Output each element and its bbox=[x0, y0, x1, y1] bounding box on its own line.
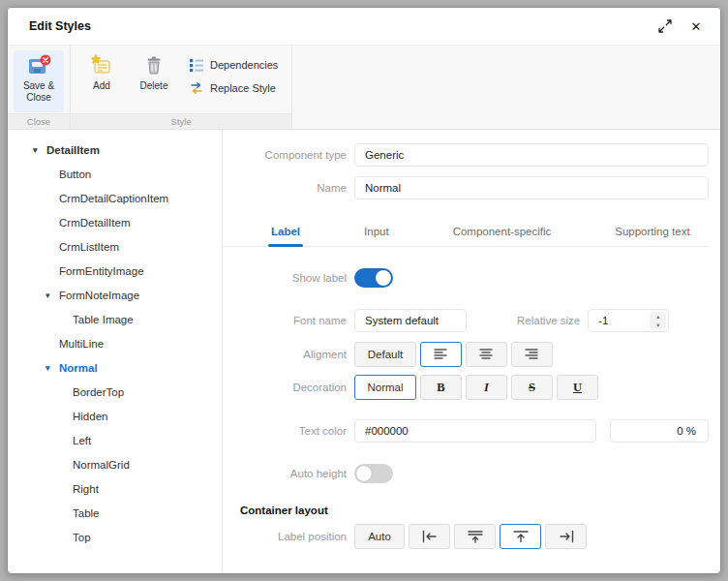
label-position-right-button[interactable] bbox=[545, 524, 587, 549]
name-input[interactable] bbox=[354, 176, 709, 199]
delete-label: Delete bbox=[140, 80, 168, 92]
save-close-button[interactable]: Save & Close bbox=[14, 50, 64, 112]
ribbon-group-style: Add Delete bbox=[71, 46, 292, 129]
styles-tree: ▾DetailItem Button CrmDetailCaptionItem … bbox=[8, 130, 223, 573]
text-color-percent-input[interactable] bbox=[610, 419, 709, 443]
tree-item-normalgrid[interactable]: NormalGrid bbox=[8, 452, 222, 476]
align-default-button[interactable]: Default bbox=[354, 342, 416, 367]
ribbon-toolbar: Save & Close Close bbox=[8, 45, 720, 130]
align-left-icon bbox=[434, 348, 449, 361]
label-position-top-button[interactable] bbox=[500, 524, 541, 549]
tree-item-bordertop[interactable]: BorderTop bbox=[8, 380, 222, 404]
maximize-button[interactable] bbox=[651, 14, 680, 39]
tree-item-normal[interactable]: ▾Normal bbox=[8, 355, 222, 380]
name-label: Name bbox=[223, 182, 354, 194]
position-top-icon bbox=[512, 530, 530, 543]
tab-label[interactable]: Label bbox=[265, 221, 306, 246]
close-button[interactable]: ✕ bbox=[682, 14, 711, 39]
tree-item-detailitem[interactable]: ▾DetailItem bbox=[8, 138, 222, 162]
tree-item-formnoteimage[interactable]: ▾FormNoteImage bbox=[8, 283, 222, 307]
underline-icon: U bbox=[573, 381, 582, 395]
chevron-down-icon[interactable]: ▾ bbox=[46, 290, 59, 300]
align-right-icon bbox=[525, 348, 540, 361]
align-center-icon bbox=[479, 348, 495, 361]
spin-down-icon[interactable]: ▼ bbox=[650, 321, 666, 329]
tree-item-multiline[interactable]: MultiLine bbox=[8, 331, 222, 355]
label-position-row: Label position Auto bbox=[223, 524, 720, 549]
delete-button[interactable]: Delete bbox=[129, 50, 179, 112]
tab-bar: Label Input Component-specific Supportin… bbox=[223, 221, 709, 247]
toggle-knob bbox=[376, 270, 391, 286]
add-label: Add bbox=[93, 80, 110, 92]
replace-style-button[interactable]: Replace Style bbox=[189, 79, 278, 97]
close-icon: ✕ bbox=[691, 19, 702, 34]
dependencies-button[interactable]: Dependencies bbox=[189, 56, 278, 74]
relative-size-input[interactable] bbox=[589, 310, 650, 331]
component-type-input[interactable] bbox=[354, 143, 709, 167]
show-label-toggle[interactable] bbox=[354, 268, 393, 288]
delete-icon bbox=[141, 53, 167, 78]
tree-item-table-image[interactable]: Table Image bbox=[8, 307, 222, 331]
label-position-label: Label position bbox=[223, 531, 354, 542]
content: ▾DetailItem Button CrmDetailCaptionItem … bbox=[8, 130, 720, 573]
alignment-row: Aligment Default bbox=[223, 342, 720, 367]
tree-item-top[interactable]: Top bbox=[8, 525, 222, 549]
align-right-button[interactable] bbox=[511, 342, 553, 367]
auto-height-label: Auto height bbox=[223, 468, 354, 479]
tree-item-button[interactable]: Button bbox=[8, 162, 222, 186]
relative-size-stepper[interactable]: ▲ ▼ bbox=[588, 309, 669, 332]
chevron-down-icon[interactable]: ▾ bbox=[33, 145, 46, 155]
decoration-bold-button[interactable]: B bbox=[420, 375, 462, 400]
label-position-auto-button[interactable]: Auto bbox=[354, 524, 405, 549]
titlebar: Edit Styles ✕ bbox=[8, 8, 720, 45]
label-position-top-floating-button[interactable] bbox=[454, 524, 496, 549]
align-left-button[interactable] bbox=[420, 342, 462, 367]
tree-item-crmdetailitem[interactable]: CrmDetailItem bbox=[8, 210, 222, 234]
dependencies-label: Dependencies bbox=[210, 59, 278, 71]
align-center-button[interactable] bbox=[466, 342, 507, 367]
decoration-strikethrough-button[interactable]: S bbox=[511, 375, 553, 400]
italic-icon: I bbox=[484, 381, 489, 395]
chevron-down-icon[interactable]: ▾ bbox=[46, 363, 59, 373]
toggle-knob bbox=[356, 466, 372, 481]
tab-input[interactable]: Input bbox=[358, 221, 395, 246]
text-color-input[interactable] bbox=[354, 419, 596, 443]
ribbon-group-close: Save & Close Close bbox=[8, 46, 71, 129]
replace-style-icon bbox=[189, 80, 204, 96]
save-close-label: Save & Close bbox=[14, 80, 64, 104]
window-title: Edit Styles bbox=[29, 19, 649, 33]
position-top-floating-icon bbox=[467, 530, 484, 543]
decoration-label: Decoration bbox=[223, 382, 354, 393]
decoration-underline-button[interactable]: U bbox=[557, 375, 598, 400]
text-color-label: Text color bbox=[223, 425, 354, 437]
auto-height-row: Auto height bbox=[223, 464, 720, 483]
component-type-row: Component type bbox=[223, 143, 720, 167]
tree-item-formentityimage[interactable]: FormEntityImage bbox=[8, 259, 222, 283]
strikethrough-icon: S bbox=[529, 381, 535, 395]
decoration-italic-button[interactable]: I bbox=[466, 375, 507, 400]
tree-item-hidden[interactable]: Hidden bbox=[8, 404, 222, 428]
auto-height-toggle[interactable] bbox=[354, 464, 393, 483]
maximize-icon bbox=[658, 19, 672, 33]
tab-supporting-text[interactable]: Supporting text bbox=[609, 221, 695, 246]
tree-item-left[interactable]: Left bbox=[8, 428, 222, 452]
edit-styles-dialog: Edit Styles ✕ bbox=[7, 7, 721, 574]
add-button[interactable]: Add bbox=[76, 50, 127, 112]
label-position-left-button[interactable] bbox=[409, 524, 450, 549]
spin-up-icon[interactable]: ▲ bbox=[650, 312, 666, 321]
add-icon bbox=[89, 53, 114, 78]
tab-component-specific[interactable]: Component-specific bbox=[447, 221, 558, 246]
tree-item-table[interactable]: Table bbox=[8, 501, 222, 525]
decoration-normal-button[interactable]: Normal bbox=[354, 375, 416, 400]
tree-item-crmlistitem[interactable]: CrmListItem bbox=[8, 234, 222, 259]
spinner-buttons: ▲ ▼ bbox=[650, 312, 666, 329]
tree-item-right[interactable]: Right bbox=[8, 476, 222, 501]
name-row: Name bbox=[223, 176, 720, 199]
font-name-label: Font name bbox=[223, 315, 354, 326]
font-name-input[interactable] bbox=[354, 309, 467, 332]
alignment-label: Aligment bbox=[223, 349, 354, 360]
relative-size-label: Relative size bbox=[517, 315, 580, 326]
show-label-row: Show label bbox=[223, 268, 720, 288]
text-color-row: Text color bbox=[223, 419, 720, 443]
tree-item-crmdetailcaptionitem[interactable]: CrmDetailCaptionItem bbox=[8, 186, 222, 210]
